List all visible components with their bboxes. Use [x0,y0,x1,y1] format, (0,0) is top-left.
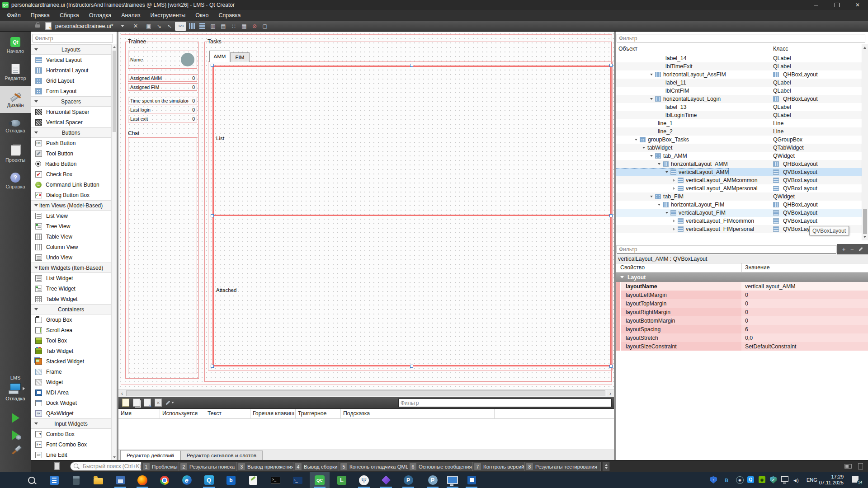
action-table-body[interactable] [118,419,614,450]
widgetbox-section-Item Widgets (Item-Based)[interactable]: Item Widgets (Item-Based) [31,263,111,273]
tree-row-label_11[interactable]: label_11QLabel [616,79,862,87]
property-filter-input[interactable] [617,245,836,253]
chevron-down-icon[interactable] [642,147,645,149]
taskbar-firefox-icon[interactable] [137,474,148,486]
widget-item-form-layout[interactable]: Form Layout [31,86,111,96]
layout-amm-personal-rect[interactable] [212,215,611,366]
split-horizontal-icon[interactable]: ▥ [208,22,217,30]
network-icon[interactable] [781,476,788,482]
debug-run-button[interactable] [12,430,19,440]
widget-item-combo-box[interactable]: Combo Box [31,429,111,439]
taskbar-green-ide-icon[interactable] [247,474,259,486]
tree-row-verticalLayout_FIMcommon[interactable]: verticalLayout_FIMcommonQVBoxLayout [616,217,862,225]
tree-row-horizontalLayout_AssFIM[interactable]: horizontalLayout_AssFIMQHBoxLayout [616,70,862,79]
language-indicator[interactable]: ENG [807,477,817,483]
notification-center-button[interactable]: 14 [852,476,862,484]
property-value[interactable]: 0 [741,308,868,316]
widget-item-qaxwidget[interactable]: QAxWidget [31,408,111,418]
menu-Окно[interactable]: Окно [190,11,213,20]
chevron-right-icon[interactable] [673,228,675,230]
tab-signal-slot-editor[interactable]: Редактор сигналов и слотов [180,450,263,460]
taskbar-mail-app-icon[interactable] [225,474,237,486]
property-value[interactable]: 0 [741,291,868,299]
tree-row-verticalLayout_AMMpersonal[interactable]: verticalLayout_AMMpersonalQVBoxLayout [616,184,862,192]
selection-handle[interactable] [211,64,214,67]
widget-item-tool-button[interactable]: Tool Button [31,148,111,159]
taskbar-clock[interactable]: 17:2907.11.2025 [816,474,844,486]
widget-item-widget[interactable]: Widget [31,377,111,387]
taskbar-edge-icon[interactable] [181,474,193,486]
taskbar-powershell-icon[interactable] [292,474,303,486]
taskbar-search-icon[interactable] [26,474,38,486]
property-row-layoutSpacing[interactable]: layoutSpacing6 [616,325,868,333]
property-row-layoutTopMargin[interactable]: layoutTopMargin0 [616,299,868,308]
mode-Редактор[interactable]: Редактор [0,59,31,86]
taskbar-utility-app-icon[interactable] [358,474,370,486]
widget-item-column-view[interactable]: Column View [31,242,111,252]
tree-row-label_13[interactable]: label_13QLabel [616,103,862,111]
property-value[interactable]: 6 [741,325,868,333]
lock-icon[interactable] [35,24,40,28]
selection-handle[interactable] [609,214,613,217]
tree-row-tabWidget[interactable]: tabWidgetQTabWidget [616,144,862,152]
bluetooth-icon[interactable] [725,476,728,484]
kit-selector-button[interactable] [9,383,22,394]
mode-Начало[interactable]: Начало [0,32,31,59]
close-document-icon[interactable]: ✕ [133,23,138,29]
mode-Справка[interactable]: Справка [0,167,31,194]
edit-signals-icon[interactable]: ↘ [154,22,164,30]
inspector-scrollbar[interactable] [862,44,868,240]
tree-row-tab_FIM[interactable]: tab_FIMQWidget [616,192,862,201]
taskbar-chrome-icon[interactable] [159,474,170,486]
selection-handle[interactable] [211,365,214,368]
widget-item-horizontal-layout[interactable]: Horizontal Layout [31,65,111,75]
tray-shield-icon[interactable] [710,476,717,483]
property-row-layoutRightMargin[interactable]: layoutRightMargin0 [616,308,868,316]
form-layout-icon[interactable]: ∷ [229,22,238,30]
tree-row-verticalLayout_AMMcommon[interactable]: verticalLayout_AMMcommonQVBoxLayout [616,176,862,184]
selection-handle[interactable] [609,64,613,67]
taskbar-postgres-icon[interactable] [402,474,414,486]
chevron-down-icon[interactable] [658,204,660,206]
trainee-field-3[interactable]: Time spent on the simulator0 [128,97,197,104]
chevron-down-icon[interactable] [665,212,668,214]
widget-item-tab-widget[interactable]: Tab Widget [31,346,111,356]
property-row-layoutLeftMargin[interactable]: layoutLeftMargin0 [616,291,868,299]
grid-layout-icon[interactable]: ▦ [239,22,249,30]
widget-item-vertical-spacer[interactable]: Vertical Spacer [31,117,111,127]
widgetbox-section-Item Views (Model-Based)[interactable]: Item Views (Model-Based) [31,200,111,211]
menu-Правка[interactable]: Правка [26,11,55,20]
menu-Сборка[interactable]: Сборка [55,11,84,20]
edit-widgets-icon[interactable]: ▣ [144,22,153,30]
edit-action-icon[interactable] [144,399,151,407]
volume-icon[interactable] [793,476,798,484]
run-button[interactable] [12,413,19,423]
taskbar-calculator-icon[interactable] [70,474,82,486]
pane-spinner[interactable] [603,462,609,471]
tree-row-lblTimeExit[interactable]: lblTimeExitQLabel [616,62,862,70]
property-row-layoutName[interactable]: layoutNameverticalLayout_AMM [616,282,868,291]
maximize-button[interactable] [826,0,847,10]
scroll-left-icon[interactable]: ‹ [118,390,126,397]
tree-row-line_1[interactable]: line_1Line [616,119,862,127]
action-filter-input[interactable] [398,399,612,407]
steam-icon[interactable] [736,476,744,484]
widget-item-list-view[interactable]: List View [31,211,111,221]
widget-item-radio-button[interactable]: Radio Button [31,159,111,169]
widget-item-stacked-widget[interactable]: Stacked Widget [31,356,111,366]
canvas-hscrollbar[interactable]: ‹ › [118,389,614,397]
chevron-right-icon[interactable] [673,220,675,222]
tab-action-editor[interactable]: Редактор действий [120,450,180,460]
minimize-button[interactable] [806,0,826,10]
taskbar-terminal-icon[interactable] [269,474,281,486]
layout-section-header[interactable]: Layout [616,272,868,282]
taskbar-blue-app-icon[interactable] [466,474,477,486]
close-button[interactable]: ✕ [847,0,868,10]
inspector-filter-input[interactable] [617,34,865,42]
widgetbox-section-Input Widgets[interactable]: Input Widgets [31,418,111,429]
chevron-right-icon[interactable] [673,179,675,182]
scrollbar-thumb[interactable] [113,51,116,132]
chevron-down-icon[interactable] [650,196,653,197]
tree-row-lblLoginTime[interactable]: lblLoginTimeQLabel [616,111,862,119]
property-value[interactable]: SetDefaultConstraint [741,342,868,351]
